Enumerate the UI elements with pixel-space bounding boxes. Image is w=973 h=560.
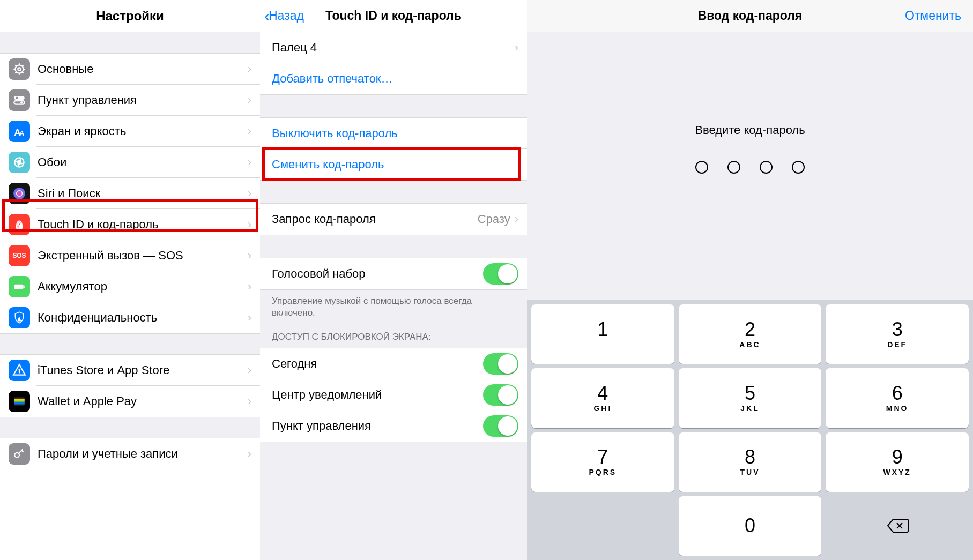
svg-text:SOS: SOS	[12, 252, 26, 259]
chevron-right-icon: ›	[248, 394, 260, 408]
key-digit: 7	[597, 447, 608, 467]
change-passcode-row[interactable]: Сменить код-пароль	[260, 149, 527, 180]
settings-navbar: Настройки	[0, 0, 260, 32]
turn-off-passcode-row[interactable]: Выключить код-пароль	[260, 118, 527, 149]
key-letters: MNO	[886, 404, 909, 413]
settings-row-label: Конфиденциальность	[38, 311, 248, 325]
touchid-title: Touch ID и код-пароль	[325, 9, 462, 23]
passcode-entry-panel: Ввод код-пароля Отменить Введите код-пар…	[527, 0, 973, 560]
svg-point-4	[16, 97, 18, 99]
svg-rect-16	[19, 370, 20, 373]
keypad-backspace[interactable]	[826, 496, 969, 556]
key-digit: 6	[892, 384, 903, 403]
keypad-key-4[interactable]: 4GHI	[531, 368, 674, 428]
key-letters: WXYZ	[883, 468, 911, 476]
settings-row-label: Touch ID и код-пароль	[38, 218, 248, 232]
settings-row-control[interactable]: Пункт управления›	[0, 85, 260, 116]
settings-row-wallet[interactable]: Wallet и Apple Pay›	[0, 386, 260, 417]
settings-row-itunes[interactable]: iTunes Store и App Store›	[0, 355, 260, 386]
lock-item-row[interactable]: Центр уведомлений	[260, 379, 527, 410]
key-letters: TUV	[740, 468, 760, 476]
key-letters	[601, 340, 605, 349]
keypad-key-9[interactable]: 9WXYZ	[826, 432, 969, 492]
control-icon	[9, 89, 30, 111]
settings-row-label: Wallet и Apple Pay	[38, 394, 248, 408]
settings-row-display[interactable]: AAЭкран и яркость›	[0, 116, 260, 147]
keypad-key-1[interactable]: 1	[531, 304, 674, 364]
keypad-key-5[interactable]: 5JKL	[679, 368, 822, 428]
keypad-key-6[interactable]: 6MNO	[826, 368, 969, 428]
settings-row-battery[interactable]: Аккумулятор›	[0, 271, 260, 302]
settings-list: Основные›Пункт управления›AAЭкран и ярко…	[0, 54, 260, 469]
passcode-dot	[727, 161, 740, 174]
chevron-right-icon: ›	[248, 124, 260, 138]
back-button[interactable]: ‹ Назад	[264, 7, 304, 25]
lock-item-switch[interactable]	[483, 384, 518, 406]
settings-row-wallpaper[interactable]: Обои›	[0, 147, 260, 178]
settings-row-touchid[interactable]: Touch ID и код-пароль›	[0, 209, 260, 240]
settings-row-label: Аккумулятор	[38, 280, 248, 294]
settings-row-passwords[interactable]: Пароли и учетные записи›	[0, 438, 260, 469]
add-fingerprint-label: Добавить отпечаток…	[272, 72, 518, 86]
turn-off-label: Выключить код-пароль	[272, 126, 518, 140]
lock-item-label: Центр уведомлений	[272, 388, 483, 402]
lock-screen-list: СегодняЦентр уведомленийПункт управления	[260, 348, 527, 442]
svg-point-10	[13, 188, 25, 199]
change-passcode-label: Сменить код-пароль	[272, 158, 518, 171]
lock-item-switch[interactable]	[483, 415, 518, 437]
chevron-right-icon: ›	[248, 186, 260, 200]
chevron-right-icon: ›	[248, 311, 260, 325]
svg-rect-3	[14, 101, 25, 104]
siri-icon	[9, 183, 30, 204]
require-passcode-row[interactable]: Запрос код-пароля Сразу ›	[260, 204, 527, 235]
keypad-key-3[interactable]: 3DEF	[826, 304, 969, 364]
key-letters: DEF	[887, 340, 907, 349]
passcode-body: Введите код-пароль	[527, 32, 973, 300]
voice-dial-switch[interactable]	[483, 263, 518, 285]
chevron-right-icon: ›	[248, 155, 260, 169]
chevron-right-icon: ›	[515, 212, 518, 226]
key-digit: 9	[892, 447, 903, 467]
svg-point-0	[15, 65, 23, 73]
display-icon: AA	[9, 121, 30, 142]
keypad-key-2[interactable]: 2ABC	[679, 304, 822, 364]
key-digit: 4	[597, 384, 608, 403]
keypad-key-0[interactable]: 0	[679, 496, 822, 556]
settings-row-privacy[interactable]: Конфиденциальность›	[0, 302, 260, 333]
settings-row-sos[interactable]: SOSЭкстренный вызов — SOS›	[0, 240, 260, 271]
svg-point-1	[18, 68, 20, 70]
settings-row-label: Основные	[38, 62, 248, 76]
settings-row-label: Экран и яркость	[38, 124, 248, 138]
keypad-key-8[interactable]: 8TUV	[679, 432, 822, 492]
settings-row-siri[interactable]: Siri и Поиск›	[0, 178, 260, 209]
touchid-panel: ‹ Назад Touch ID и код-пароль Палец 4 › …	[260, 0, 527, 560]
keypad-key-7[interactable]: 7PQRS	[531, 432, 674, 492]
cancel-button[interactable]: Отменить	[905, 9, 961, 23]
settings-panel: Настройки Основные›Пункт управления›AAЭк…	[0, 0, 260, 560]
finger-label: Палец 4	[272, 41, 515, 55]
chevron-right-icon: ›	[248, 62, 260, 76]
passcode-dots	[695, 161, 805, 174]
settings-row-general[interactable]: Основные›	[0, 54, 260, 85]
key-digit: 2	[745, 320, 755, 339]
add-fingerprint-row[interactable]: Добавить отпечаток…	[260, 63, 527, 94]
passcode-prompt: Введите код-пароль	[695, 123, 805, 137]
svg-point-5	[20, 101, 23, 103]
svg-rect-19	[14, 401, 25, 402]
lock-item-row[interactable]: Сегодня	[260, 348, 527, 379]
key-letters: GHI	[593, 404, 612, 413]
svg-rect-18	[14, 399, 25, 401]
key-digit: 1	[597, 320, 608, 339]
finger-row[interactable]: Палец 4 ›	[260, 32, 527, 63]
lock-item-switch[interactable]	[483, 353, 518, 375]
voice-dial-footer: Управление музыкой с помощью голоса всег…	[260, 290, 527, 319]
back-label: Назад	[269, 9, 304, 23]
keypad-blank	[531, 496, 674, 556]
wallet-icon	[9, 391, 30, 412]
lock-item-label: Пункт управления	[272, 419, 483, 433]
itunes-icon	[9, 360, 30, 381]
chevron-right-icon: ›	[515, 41, 518, 55]
voice-dial-row[interactable]: Голосовой набор	[260, 258, 527, 289]
svg-point-21	[14, 453, 19, 458]
lock-item-row[interactable]: Пункт управления	[260, 410, 527, 442]
